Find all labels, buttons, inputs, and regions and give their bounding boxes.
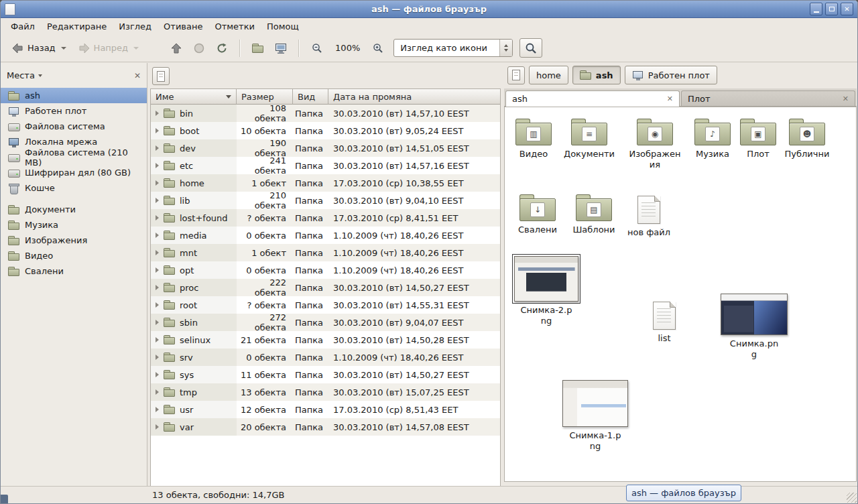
expander-icon[interactable] bbox=[156, 355, 159, 360]
taskbar-window-button[interactable]: ash — файлов браузър bbox=[626, 485, 741, 501]
resize-grip[interactable] bbox=[847, 493, 857, 503]
zoom-out-button[interactable] bbox=[306, 38, 328, 58]
expander-icon[interactable] bbox=[156, 145, 159, 151]
table-row[interactable]: dev 190 обекта Папка 30.03.2010 (вт) 14,… bbox=[151, 139, 500, 157]
table-row[interactable]: mnt 1 обект Папка 1.10.2009 (чт) 18,40,2… bbox=[151, 244, 500, 261]
table-row[interactable]: proc 222 обекта Папка 30.03.2010 (вт) 14… bbox=[151, 279, 500, 296]
forward-button[interactable]: Напред bbox=[72, 38, 145, 58]
sidebar-item[interactable]: Шифриран дял (80 GB) bbox=[1, 165, 147, 180]
sidebar-item[interactable]: Изображения bbox=[1, 233, 147, 248]
table-row[interactable]: tmp 13 обекта Папка 30.03.2010 (вт) 15,0… bbox=[151, 383, 500, 401]
expander-icon[interactable] bbox=[156, 302, 159, 308]
sidebar-item[interactable]: Работен плот bbox=[1, 103, 147, 119]
file-item[interactable]: нов файл bbox=[622, 196, 676, 238]
expander-icon[interactable] bbox=[156, 111, 159, 116]
expander-icon[interactable] bbox=[156, 198, 159, 203]
table-row[interactable]: home 1 обект Папка 17.03.2010 (ср) 10,38… bbox=[151, 174, 500, 192]
back-button[interactable]: Назад bbox=[6, 38, 72, 58]
table-row[interactable]: usr 12 обекта Папка 17.03.2010 (ср) 8,51… bbox=[151, 401, 500, 418]
expander-icon[interactable] bbox=[156, 389, 159, 395]
minimize-button[interactable] bbox=[810, 3, 822, 15]
forward-dropdown-icon[interactable] bbox=[133, 47, 139, 50]
sidebar-item[interactable]: Свалени bbox=[1, 263, 147, 279]
table-row[interactable]: boot 10 обекта Папка 30.03.2010 (вт) 9,0… bbox=[151, 122, 500, 139]
menu-item[interactable]: Помощ bbox=[261, 19, 305, 34]
tab-close-button[interactable]: ✕ bbox=[843, 94, 849, 103]
table-row[interactable]: selinux 21 обекта Папка 30.03.2010 (вт) … bbox=[151, 331, 500, 349]
sidebar-item[interactable]: ash bbox=[1, 88, 147, 103]
expander-icon[interactable] bbox=[156, 163, 159, 168]
menu-item[interactable]: Редактиране bbox=[41, 19, 113, 34]
column-header-size[interactable]: Размер bbox=[237, 89, 293, 105]
expander-icon[interactable] bbox=[156, 407, 159, 412]
table-row[interactable]: lost+found ? обекта Папка 17.03.2010 (ср… bbox=[151, 209, 500, 227]
expander-icon[interactable] bbox=[156, 337, 159, 342]
menu-item[interactable]: Файл bbox=[5, 19, 41, 34]
combo-spinner-icon[interactable] bbox=[499, 40, 512, 56]
table-row[interactable]: bin 108 обекта Папка 30.03.2010 (вт) 14,… bbox=[151, 105, 500, 122]
sidebar-item[interactable] bbox=[1, 196, 147, 202]
column-header-name[interactable]: Име bbox=[151, 89, 237, 105]
table-row[interactable]: var 20 обекта Папка 30.03.2010 (вт) 14,5… bbox=[151, 418, 500, 436]
path-button[interactable]: home bbox=[529, 66, 568, 84]
sidebar-item[interactable]: Файлова система (210 MB) bbox=[1, 149, 147, 165]
menu-item[interactable]: Отметки bbox=[208, 19, 260, 34]
expander-icon[interactable] bbox=[156, 180, 159, 186]
table-row[interactable]: lib 210 обекта Папка 30.03.2010 (вт) 9,0… bbox=[151, 192, 500, 209]
sidebar-item[interactable]: Документи bbox=[1, 202, 147, 217]
file-item[interactable]: Снимка-1.png bbox=[568, 380, 622, 451]
search-button[interactable] bbox=[519, 38, 542, 58]
column-header-type[interactable]: Вид bbox=[293, 89, 328, 105]
table-row[interactable]: sys 11 обекта Папка 30.03.2010 (вт) 14,5… bbox=[151, 366, 500, 383]
menu-item[interactable]: Отиване bbox=[158, 19, 208, 34]
sidebar-title[interactable]: Места bbox=[7, 70, 35, 80]
expander-icon[interactable] bbox=[156, 215, 159, 220]
zoom-in-button[interactable] bbox=[367, 38, 389, 58]
expander-icon[interactable] bbox=[156, 372, 159, 377]
expander-icon[interactable] bbox=[156, 424, 159, 430]
expander-icon[interactable] bbox=[156, 128, 159, 133]
tab[interactable]: ash ✕ bbox=[505, 90, 680, 107]
path-button[interactable]: ash bbox=[572, 66, 621, 84]
computer-button[interactable] bbox=[269, 38, 292, 58]
table-row[interactable]: media 0 обекта Папка 1.10.2009 (чт) 18,4… bbox=[151, 227, 500, 244]
tab-close-button[interactable]: ✕ bbox=[667, 94, 673, 103]
sidebar-item[interactable]: Музика bbox=[1, 217, 147, 233]
file-item[interactable]: list bbox=[637, 302, 691, 344]
menu-item[interactable]: Изглед bbox=[113, 19, 158, 34]
reload-button[interactable] bbox=[210, 38, 233, 58]
table-row[interactable]: etc 241 обекта Папка 30.03.2010 (вт) 14,… bbox=[151, 157, 500, 174]
view-mode-combo[interactable]: Изглед като икони bbox=[393, 39, 513, 57]
sidebar-item[interactable]: Кошче bbox=[1, 180, 147, 196]
maximize-button[interactable] bbox=[825, 3, 838, 15]
titlebar[interactable]: ash — файлов браузър ✕ bbox=[1, 1, 857, 18]
table-row[interactable]: srv 0 обекта Папка 1.10.2009 (чт) 18,40,… bbox=[151, 349, 500, 366]
expander-icon[interactable] bbox=[156, 285, 159, 290]
window-menu-icon[interactable] bbox=[5, 3, 15, 15]
up-button[interactable] bbox=[165, 38, 188, 58]
tab[interactable]: Плот ✕ bbox=[681, 90, 855, 106]
file-item[interactable]: Снимка-2.png bbox=[519, 256, 573, 326]
home-button[interactable] bbox=[247, 38, 269, 58]
column-header-date[interactable]: Дата на промяна bbox=[328, 89, 500, 105]
pane-toggle-button[interactable] bbox=[152, 67, 170, 85]
expander-icon[interactable] bbox=[156, 320, 159, 325]
sidebar-item[interactable]: Видео bbox=[1, 248, 147, 263]
panel-corner-icon[interactable] bbox=[1, 495, 8, 503]
sidebar-header: Места ✕ bbox=[1, 63, 147, 88]
table-row[interactable]: root ? обекта Папка 30.03.2010 (вт) 14,5… bbox=[151, 296, 500, 314]
table-row[interactable]: opt 0 обекта Папка 1.10.2009 (чт) 18,40,… bbox=[151, 261, 500, 279]
expander-icon[interactable] bbox=[156, 250, 159, 255]
back-dropdown-icon[interactable] bbox=[61, 47, 66, 50]
sidebar-close-button[interactable]: ✕ bbox=[134, 71, 141, 80]
expander-icon[interactable] bbox=[156, 233, 159, 238]
table-row[interactable]: sbin 272 обекта Папка 30.03.2010 (вт) 9,… bbox=[151, 314, 500, 331]
close-button[interactable]: ✕ bbox=[841, 3, 853, 15]
sidebar-item[interactable]: Файлова система bbox=[1, 119, 147, 134]
pane-toggle-button[interactable] bbox=[507, 66, 525, 84]
sidebar-mode-caret-icon[interactable] bbox=[38, 74, 42, 77]
expander-icon[interactable] bbox=[156, 267, 159, 273]
path-button[interactable]: Работен плот bbox=[625, 66, 717, 84]
stop-button[interactable] bbox=[188, 38, 210, 58]
file-item[interactable]: Снимка.png bbox=[727, 294, 781, 359]
